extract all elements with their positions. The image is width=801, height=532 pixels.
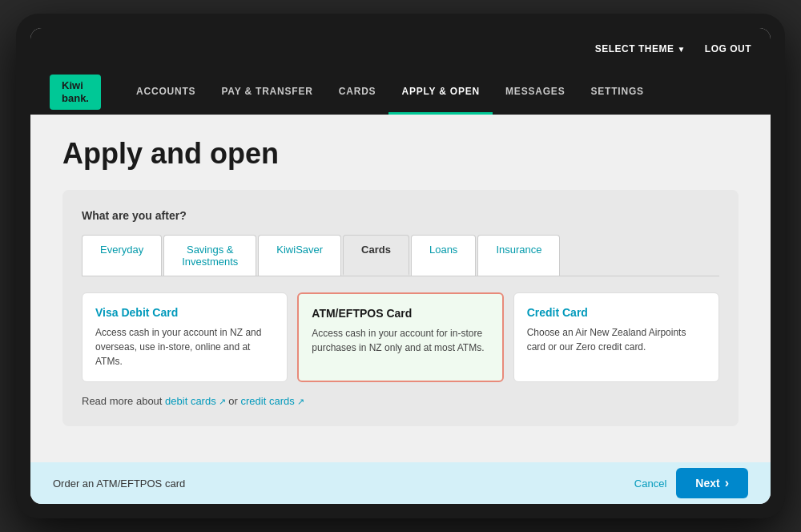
credit-card-desc: Choose an Air New Zealand Airpoints card… <box>527 325 706 354</box>
main-content: Apply and open What are you after? Every… <box>30 115 771 462</box>
tab-kiwisaver[interactable]: KiwiSaver <box>258 235 341 276</box>
logout-button[interactable]: LOG OUT <box>705 43 751 54</box>
debit-cards-link[interactable]: debit cards <box>165 395 226 407</box>
logo-text: Kiwi bank. <box>62 79 89 104</box>
what-are-you-after-section: What are you after? Everyday Savings & I… <box>62 190 739 426</box>
atm-eftpos-card[interactable]: ATM/EFTPOS Card Access cash in your acco… <box>297 292 503 382</box>
read-more: Read more about debit cards or credit ca… <box>82 395 719 407</box>
visa-debit-card-desc: Access cash in your account in NZ and ov… <box>95 325 274 369</box>
order-text: Order an ATM/EFTPOS card <box>53 478 185 490</box>
page-title: Apply and open <box>62 137 739 171</box>
read-more-prefix: Read more about <box>82 395 165 407</box>
bottom-bar: Order an ATM/EFTPOS card Cancel Next › <box>30 462 771 504</box>
products-grid: Visa Debit Card Access cash in your acco… <box>82 292 719 382</box>
nav-bar: Kiwi bank. ACCOUNTS PAY & TRANSFER CARDS… <box>30 70 771 115</box>
section-heading: What are you after? <box>82 209 719 222</box>
bottom-actions: Cancel Next › <box>634 468 748 498</box>
dropdown-arrow-icon: ▼ <box>677 45 685 54</box>
tab-cards[interactable]: Cards <box>343 235 409 276</box>
tab-loans[interactable]: Loans <box>411 235 476 276</box>
visa-debit-card-title: Visa Debit Card <box>95 306 274 319</box>
nav-item-apply-open[interactable]: APPLY & OPEN <box>388 70 493 115</box>
next-label: Next <box>695 477 719 490</box>
tab-insurance[interactable]: Insurance <box>477 235 560 276</box>
next-button[interactable]: Next › <box>676 468 748 498</box>
screen: SELECT THEME ▼ LOG OUT Kiwi bank. ACCOUN… <box>30 28 771 504</box>
nav-item-messages[interactable]: MESSAGES <box>493 70 578 115</box>
tab-savings[interactable]: Savings & Investments <box>163 235 256 276</box>
nav-item-pay-transfer[interactable]: PAY & TRANSFER <box>208 70 325 115</box>
nav-item-cards[interactable]: CARDS <box>326 70 389 115</box>
credit-card-title: Credit Card <box>527 306 706 319</box>
nav-items: ACCOUNTS PAY & TRANSFER CARDS APPLY & OP… <box>123 70 657 115</box>
credit-cards-link[interactable]: credit cards <box>241 395 304 407</box>
top-bar: SELECT THEME ▼ LOG OUT <box>30 28 771 70</box>
tabs-container: Everyday Savings & Investments KiwiSaver… <box>82 235 719 276</box>
select-theme-label: SELECT THEME <box>595 43 674 54</box>
logo[interactable]: Kiwi bank. <box>50 75 101 110</box>
cancel-button[interactable]: Cancel <box>634 478 666 490</box>
select-theme-button[interactable]: SELECT THEME ▼ <box>595 43 686 54</box>
device-frame: SELECT THEME ▼ LOG OUT Kiwi bank. ACCOUN… <box>16 14 785 518</box>
or-text: or <box>226 395 241 407</box>
tab-everyday[interactable]: Everyday <box>82 235 162 276</box>
chevron-right-icon: › <box>725 476 729 490</box>
visa-debit-card[interactable]: Visa Debit Card Access cash in your acco… <box>82 292 288 382</box>
credit-card[interactable]: Credit Card Choose an Air New Zealand Ai… <box>513 292 719 382</box>
nav-item-settings[interactable]: SETTINGS <box>578 70 656 115</box>
nav-item-accounts[interactable]: ACCOUNTS <box>123 70 208 115</box>
atm-eftpos-card-title: ATM/EFTPOS Card <box>312 307 489 320</box>
atm-eftpos-card-desc: Access cash in your account for in-store… <box>312 326 489 355</box>
